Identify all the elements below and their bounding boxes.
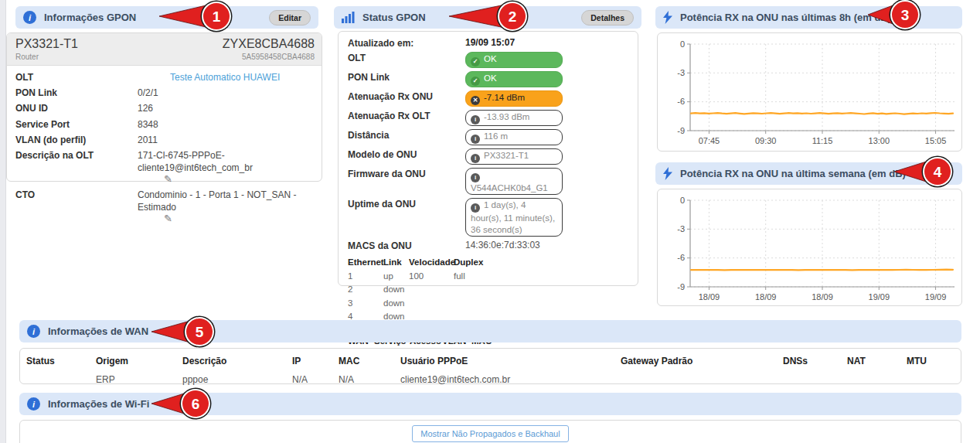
wan-section-header: i Informações de WAN — [19, 320, 961, 342]
field-value: 2011 — [138, 134, 315, 146]
rx-power-line — [691, 113, 953, 114]
svg-text:0: 0 — [680, 196, 685, 205]
edit-pencil-icon[interactable]: ✎ — [164, 213, 175, 224]
field-label: VLAN (do perfil) — [15, 134, 138, 146]
wan-column-header: Status — [26, 356, 96, 374]
updated-label: Atualizado em: — [348, 37, 465, 49]
status-label: PON Link — [348, 71, 465, 83]
field-label: Service Port — [15, 118, 138, 131]
ethernet-cell — [409, 283, 454, 297]
wan-cell — [26, 374, 96, 385]
edit-button[interactable]: Editar — [269, 10, 311, 26]
gpon-dashboard: i Informações GPON Editar PX3321-T1 Rout… — [0, 0, 980, 443]
info-row: OLTTeste Automatico HUAWEI — [7, 70, 322, 85]
status-label: Atenuação Rx ONU — [348, 90, 465, 102]
wan-column-header: NAT — [847, 356, 907, 374]
rx-week-header: Potência RX na ONU na última semana (em … — [655, 162, 962, 185]
device-model: PX3321-T1 — [15, 37, 78, 51]
ethernet-cell: 3 — [348, 297, 383, 311]
wan-table-card: StatusOrigemDescriçãoIPMACUsuário PPPoEG… — [19, 348, 961, 384]
wan-table: StatusOrigemDescriçãoIPMACUsuário PPPoEG… — [20, 349, 961, 385]
device-type: Router — [15, 53, 78, 61]
rx-8h-title: Potência RX na ONU nas últimas 8h (em dB… — [680, 12, 891, 23]
info-icon: i — [471, 203, 480, 213]
wifi-card: Mostrar Não Propagados e Backhaul — [19, 420, 961, 443]
ethernet-cell: up — [383, 270, 409, 284]
status-row: Atenuação Rx OLTi-13.93 dBm — [339, 110, 638, 126]
svg-text:19/09: 19/09 — [869, 292, 890, 302]
info-icon: i — [27, 397, 40, 411]
status-row: Modelo de ONUiPX3321-T1 — [339, 148, 638, 165]
gpon-info-header: i Informações GPON Editar — [15, 6, 318, 29]
status-pill-outline: i1 day(s), 4 hour(s), 11 minute(s), 36 s… — [465, 198, 563, 237]
wan-cell: cliente19@int6tech.com.br — [400, 374, 621, 385]
device-name: ZYXE8CBA4688 — [223, 37, 315, 51]
ethernet-cell: 2 — [348, 283, 383, 297]
svg-text:15:05: 15:05 — [925, 136, 947, 145]
show-hidden-ssids-button[interactable]: Mostrar Não Propagados e Backhaul — [412, 425, 568, 442]
gpon-info-rows: OLTTeste Automatico HUAWEIPON Link0/2/1O… — [7, 70, 322, 226]
status-pill-text: -13.93 dBm — [484, 112, 529, 121]
wan-column-header: Descrição — [182, 356, 292, 374]
gpon-info-card: PX3321-T1 Router ZYXE8CBA4688 5A5958458C… — [6, 32, 322, 182]
field-value: Teste Automatico HUAWEI — [138, 71, 315, 83]
ethernet-header: Ethernet — [348, 256, 383, 270]
info-row: CTOCondominio - 1 - Porta 1 - NOT_SAN - … — [7, 187, 322, 227]
svg-text:07:45: 07:45 — [699, 136, 720, 145]
updated-row: Atualizado em: 19/09 15:07 — [339, 37, 638, 49]
status-pill-outline: i-13.93 dBm — [465, 110, 563, 126]
svg-text:-9: -9 — [677, 126, 685, 135]
svg-text:-6: -6 — [677, 97, 685, 106]
field-value: 0/2/1 — [138, 87, 315, 99]
macs-value: 14:36:0e:7d:33:03 — [465, 240, 540, 250]
status-pill-text: V544ACHK0b4_G1 — [471, 183, 548, 193]
status-row: PON Link✓OK — [339, 71, 638, 87]
line-chart-svg: 0-3-6-918/0918/0918/0919/0919/09 — [658, 189, 961, 305]
field-value: Condominio - 1 - Porta 1 - NOT_SAN - Est… — [138, 189, 315, 225]
svg-text:-3: -3 — [677, 68, 685, 77]
details-button[interactable]: Detalhes — [581, 10, 634, 26]
svg-text:11:15: 11:15 — [812, 136, 833, 145]
check-icon: ✓ — [471, 77, 480, 86]
info-row: VLAN (do perfil)2011 — [7, 132, 322, 148]
wan-cell: N/A — [292, 374, 339, 385]
status-pill-outline: iV544ACHK0b4_G1 — [465, 168, 563, 195]
ethernet-cell: down — [383, 283, 409, 297]
check-icon: ✓ — [471, 57, 480, 66]
ethernet-cell: 100 — [409, 270, 454, 284]
wan-cell: pppoe — [182, 374, 292, 385]
svg-text:0: 0 — [680, 39, 685, 49]
field-label: OLT — [15, 71, 138, 83]
wan-section-title: Informações de WAN — [48, 325, 148, 337]
status-pill-text: OK — [484, 73, 497, 83]
status-row: Distânciai116 m — [339, 129, 638, 145]
status-pill-text: -7.14 dBm — [484, 93, 525, 102]
rx-week-chart-card: 0-3-6-918/0918/0918/0919/0919/09 — [657, 189, 962, 306]
olt-link[interactable]: Teste Automatico HUAWEI — [138, 71, 280, 83]
svg-text:18/09: 18/09 — [755, 292, 777, 302]
ethernet-header: Duplex — [454, 256, 630, 270]
wan-cell — [847, 374, 907, 385]
ethernet-cell — [454, 297, 630, 311]
field-value-text: 2011 — [138, 135, 158, 145]
wan-cell — [621, 374, 783, 385]
svg-text:09:30: 09:30 — [755, 136, 777, 145]
ethernet-header: Velocidade — [409, 256, 454, 270]
edit-pencil-icon[interactable]: ✎ — [164, 174, 175, 185]
left-gutter — [0, 0, 6, 443]
status-label: OLT — [348, 52, 465, 63]
ethernet-table: EthernetLinkVelocidadeDuplex1up100full2d… — [339, 256, 638, 324]
ethernet-cell: down — [383, 297, 409, 311]
wan-cell — [783, 374, 847, 385]
gpon-status-header: Status GPON Detalhes — [334, 6, 641, 29]
status-pill-green: ✓OK — [465, 52, 563, 68]
info-row: PON Link0/2/1 — [7, 85, 322, 101]
info-icon: i — [471, 173, 480, 182]
rx-week-chart: 0-3-6-918/0918/0918/0919/0919/09 — [658, 189, 961, 305]
status-pill-text: PX3321-T1 — [484, 151, 529, 160]
svg-text:19/09: 19/09 — [925, 292, 947, 302]
status-row: Uptime da ONUi1 day(s), 4 hour(s), 11 mi… — [339, 198, 638, 237]
wan-column-header: Gateway Padrão — [621, 356, 783, 374]
wifi-section-title: Informações de Wi-Fi — [48, 398, 149, 410]
wan-cell: N/A — [339, 374, 400, 385]
